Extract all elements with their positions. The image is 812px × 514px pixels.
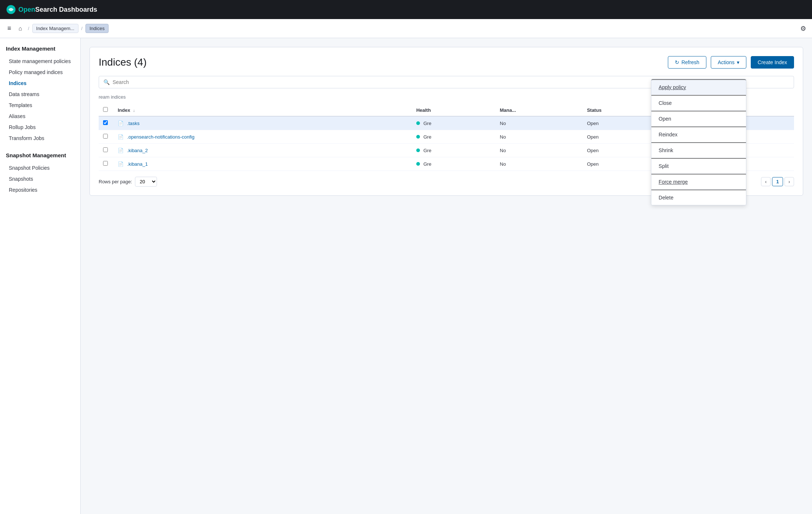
dropdown-item-split[interactable]: Split <box>651 158 746 174</box>
sidebar-item-aliases[interactable]: Aliases <box>6 111 74 121</box>
sidebar-item-templates[interactable]: Templates <box>6 100 74 110</box>
row-checkbox-cell <box>99 144 113 157</box>
sidebar-section-1-title: Index Management <box>6 45 74 52</box>
rows-per-page-label: Rows per page: <box>99 179 132 184</box>
col-header-managed: Mana... <box>495 104 583 116</box>
sidebar-item-state-mgmt[interactable]: State management policies <box>6 56 74 66</box>
row-checkbox-cell <box>99 130 113 144</box>
sidebar: Index Management State management polici… <box>0 38 81 514</box>
row-managed-cell: No <box>495 116 583 130</box>
gear-icon: ⚙ <box>800 25 806 32</box>
rows-per-page-select[interactable]: 20 50 100 <box>135 177 157 187</box>
index-file-icon: 📄 <box>118 121 124 126</box>
dropdown-item-delete[interactable]: Delete <box>651 190 746 205</box>
health-value: Gre <box>424 134 432 140</box>
logo-open: OpenSearch Dashboards <box>18 6 97 14</box>
hamburger-button[interactable]: ≡ <box>6 23 13 34</box>
row-checkbox-cell <box>99 116 113 130</box>
sidebar-item-transform-jobs[interactable]: Transform Jobs <box>6 133 74 143</box>
sidebar-section-2-title: Snapshot Management <box>6 152 74 158</box>
dropdown-item-close[interactable]: Close <box>651 95 746 111</box>
index-name-link[interactable]: .kibana_2 <box>127 148 148 153</box>
page-1-button[interactable]: 1 <box>772 177 783 186</box>
prev-page-button[interactable]: ‹ <box>761 177 771 186</box>
topbar: OpenSearch Dashboards <box>0 0 812 19</box>
sidebar-item-rollup-jobs[interactable]: Rollup Jobs <box>6 122 74 132</box>
health-value: Gre <box>424 148 432 153</box>
select-all-checkbox[interactable] <box>103 107 108 112</box>
index-file-icon: 📄 <box>118 148 124 153</box>
row-checkbox-3[interactable] <box>103 161 108 166</box>
breadcrumb-current: Indices <box>85 24 109 33</box>
sort-icon: ↓ <box>133 108 135 113</box>
row-managed-cell: No <box>495 157 583 171</box>
col-header-index: Index ↓ <box>113 104 412 116</box>
row-checkbox-cell <box>99 157 113 171</box>
row-health-cell: Gre <box>412 157 495 171</box>
content-area: Indices (4) ↻ Refresh Actions ▾ Apply po… <box>81 38 812 514</box>
breadcrumb-separator: / <box>28 26 29 31</box>
next-page-button[interactable]: › <box>784 177 794 186</box>
index-name-link[interactable]: .tasks <box>127 121 140 126</box>
dropdown-item-force-merge[interactable]: Force merge <box>651 174 746 190</box>
col-header-health: Health <box>412 104 495 116</box>
health-value: Gre <box>424 161 432 167</box>
app-logo: OpenSearch Dashboards <box>6 4 97 15</box>
refresh-button[interactable]: ↻ Refresh <box>668 56 706 69</box>
sidebar-item-snapshot-policies[interactable]: Snapshot Policies <box>6 163 74 173</box>
page-title-row: Indices (4) ↻ Refresh Actions ▾ Apply po… <box>99 56 794 69</box>
sidebar-item-repositories[interactable]: Repositories <box>6 185 74 195</box>
index-name-link[interactable]: .opensearch-notifications-config <box>127 134 195 140</box>
select-all-header <box>99 104 113 116</box>
health-dot <box>416 148 420 152</box>
index-name-link[interactable]: .kibana_1 <box>127 161 148 167</box>
row-checkbox-2[interactable] <box>103 147 108 152</box>
row-health-cell: Gre <box>412 144 495 157</box>
health-dot <box>416 135 420 139</box>
page-title: Indices (4) <box>99 56 663 68</box>
refresh-icon: ↻ <box>675 59 679 65</box>
dropdown-item-shrink[interactable]: Shrink <box>651 142 746 158</box>
sidebar-item-snapshots[interactable]: Snapshots <box>6 174 74 184</box>
actions-dropdown: Apply policy Close Open Reindex Shrink S… <box>651 79 746 205</box>
dropdown-item-apply-policy[interactable]: Apply policy <box>651 79 746 95</box>
settings-button[interactable]: ⚙ <box>800 25 806 33</box>
row-index-cell: 📄 .kibana_2 <box>113 144 412 157</box>
actions-wrapper: Actions ▾ Apply policy Close Open Reinde… <box>711 56 746 69</box>
dropdown-item-reindex[interactable]: Reindex <box>651 126 746 142</box>
sidebar-item-policy-managed[interactable]: Policy managed indices <box>6 67 74 77</box>
pagination-controls: ‹ 1 › <box>761 177 794 186</box>
create-index-button[interactable]: Create Index <box>751 56 794 69</box>
row-managed-cell: No <box>495 144 583 157</box>
index-file-icon: 📄 <box>118 134 124 140</box>
health-dot <box>416 121 420 125</box>
row-index-cell: 📄 .opensearch-notifications-config <box>113 130 412 144</box>
row-health-cell: Gre <box>412 116 495 130</box>
actions-button[interactable]: Actions ▾ <box>711 56 746 69</box>
health-value: Gre <box>424 121 432 126</box>
breadcrumb-separator-2: / <box>81 26 83 31</box>
breadcrumb-parent[interactable]: Index Managem... <box>32 24 78 33</box>
row-checkbox-1[interactable] <box>103 134 108 139</box>
dropdown-item-open[interactable]: Open <box>651 111 746 126</box>
home-icon: ⌂ <box>19 25 22 32</box>
header-right: ⚙ <box>800 25 806 33</box>
chevron-down-icon: ▾ <box>737 59 739 65</box>
home-button[interactable]: ⌂ <box>16 24 25 33</box>
sidebar-item-data-streams[interactable]: Data streams <box>6 89 74 99</box>
row-checkbox-0[interactable] <box>103 120 108 125</box>
row-index-cell: 📄 .kibana_1 <box>113 157 412 171</box>
search-icon: 🔍 <box>103 79 110 85</box>
header-bar: ≡ ⌂ / Index Managem... / Indices ⚙ <box>0 19 812 38</box>
index-file-icon: 📄 <box>118 161 124 167</box>
content-card: Indices (4) ↻ Refresh Actions ▾ Apply po… <box>89 47 803 196</box>
sidebar-item-indices[interactable]: Indices <box>6 78 74 88</box>
row-index-cell: 📄 .tasks <box>113 116 412 130</box>
row-managed-cell: No <box>495 130 583 144</box>
health-dot <box>416 162 420 166</box>
main-layout: Index Management State management polici… <box>0 38 812 514</box>
row-health-cell: Gre <box>412 130 495 144</box>
